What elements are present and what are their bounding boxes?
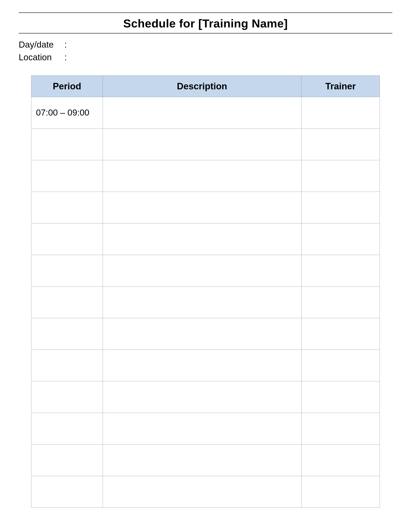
cell-period [31, 160, 103, 192]
table-row [31, 160, 380, 192]
cell-description [103, 381, 301, 413]
table-row [31, 350, 380, 381]
table-row [31, 128, 380, 160]
cell-period [31, 413, 103, 444]
cell-period [31, 476, 103, 507]
cell-trainer [301, 255, 380, 286]
cell-trainer [301, 413, 380, 444]
meta-block: Day/date : Location : [19, 38, 392, 64]
cell-trainer [301, 160, 380, 192]
cell-description [103, 413, 301, 444]
cell-trainer [301, 350, 380, 381]
table-row [31, 413, 380, 444]
table-row: 07:00 – 09:00 [31, 97, 380, 128]
table-body: 07:00 – 09:00 [31, 97, 380, 507]
cell-period [31, 318, 103, 350]
cell-trainer [301, 97, 380, 128]
cell-trainer [301, 223, 380, 255]
col-header-description: Description [103, 76, 301, 97]
cell-description [103, 223, 301, 255]
cell-description [103, 97, 301, 128]
cell-description [103, 255, 301, 286]
table-row [31, 192, 380, 223]
col-header-trainer: Trainer [301, 76, 380, 97]
cell-period [31, 223, 103, 255]
cell-trainer [301, 381, 380, 413]
cell-trainer [301, 128, 380, 160]
cell-period [31, 128, 103, 160]
meta-colon: : [64, 38, 68, 51]
table-row [31, 223, 380, 255]
cell-period [31, 444, 103, 476]
table-row [31, 444, 380, 476]
cell-trainer [301, 192, 380, 223]
cell-period [31, 192, 103, 223]
cell-period: 07:00 – 09:00 [31, 97, 103, 128]
table-row [31, 476, 380, 507]
meta-row-daydate: Day/date : [19, 38, 392, 51]
page-title: Schedule for [Training Name] [19, 17, 392, 30]
cell-description [103, 192, 301, 223]
meta-colon: : [64, 51, 68, 64]
cell-trainer [301, 286, 380, 318]
cell-period [31, 255, 103, 286]
cell-period [31, 350, 103, 381]
cell-description [103, 128, 301, 160]
cell-description [103, 476, 301, 507]
meta-daydate-label: Day/date [19, 38, 64, 51]
cell-description [103, 350, 301, 381]
cell-trainer [301, 318, 380, 350]
cell-period [31, 286, 103, 318]
cell-trainer [301, 444, 380, 476]
cell-description [103, 160, 301, 192]
table-row [31, 255, 380, 286]
cell-period [31, 381, 103, 413]
cell-description [103, 444, 301, 476]
title-bar: Schedule for [Training Name] [19, 12, 392, 33]
cell-trainer [301, 476, 380, 507]
table-row [31, 318, 380, 350]
cell-description [103, 286, 301, 318]
col-header-period: Period [31, 76, 103, 97]
cell-description [103, 318, 301, 350]
document-page: Schedule for [Training Name] Day/date : … [0, 0, 411, 532]
schedule-table: Period Description Trainer 07:00 – 09:00 [31, 76, 380, 508]
table-header-row: Period Description Trainer [31, 76, 380, 97]
schedule-table-wrap: Period Description Trainer 07:00 – 09:00 [19, 76, 392, 508]
meta-row-location: Location : [19, 51, 392, 64]
table-row [31, 286, 380, 318]
table-row [31, 381, 380, 413]
meta-location-label: Location [19, 51, 64, 64]
